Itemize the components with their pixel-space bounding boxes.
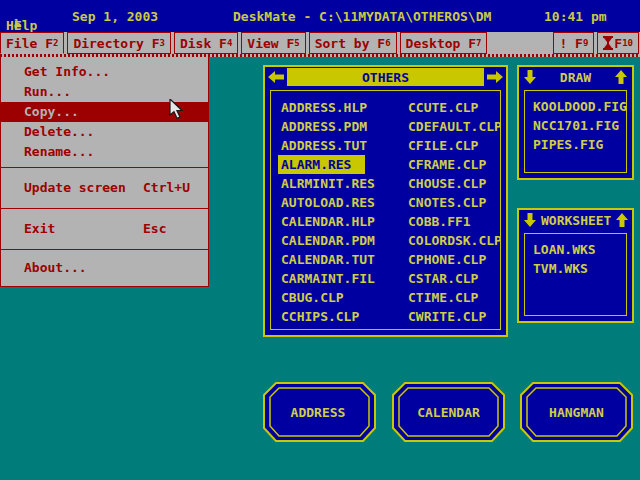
file-item[interactable]: CALENDAR.TUT (281, 250, 408, 269)
worksheet-file-list: LOAN.WKS TVM.WKS (524, 233, 627, 316)
file-item[interactable]: CFILE.CLP (408, 136, 501, 155)
menu-item-get-info[interactable]: Get Info... (1, 62, 208, 82)
worksheet-folder-window: WORKSHEET LOAN.WKS TVM.WKS (517, 208, 634, 323)
menu-item-update-screen[interactable]: Update screenCtrl+U (1, 178, 208, 198)
others-file-list: ADDRESS.HLP ADDRESS.PDM ADDRESS.TUT ALAR… (270, 90, 501, 330)
file-item[interactable]: CDEFAULT.CLP (408, 117, 501, 136)
menu-file[interactable]: File F2 (0, 32, 64, 54)
clock-display: 10:41 pm (544, 9, 607, 24)
file-item[interactable]: KOOLDOOD.FIG (533, 97, 626, 116)
task-switch-button[interactable]: F10 (597, 32, 639, 54)
scroll-right-arrow-icon[interactable] (484, 67, 506, 87)
file-item[interactable]: ADDRESS.PDM (281, 117, 408, 136)
file-item[interactable]: LOAN.WKS (533, 240, 626, 259)
scroll-down-arrow-icon[interactable] (519, 67, 541, 87)
file-item[interactable]: CALENDAR.PDM (281, 231, 408, 250)
file-item[interactable]: CWRITE.CLP (408, 307, 501, 326)
file-item[interactable]: ADDRESS.HLP (281, 98, 408, 117)
file-item[interactable]: CNOTES.CLP (408, 193, 501, 212)
file-item[interactable]: CFRAME.CLP (408, 155, 501, 174)
file-item[interactable]: CARMAINT.FIL (281, 269, 408, 288)
others-title-bar: OTHERS (265, 67, 506, 87)
draw-file-list: KOOLDOOD.FIG NCC1701.FIG PIPES.FIG (524, 90, 627, 173)
date-display: Sep 1, 2003 (72, 9, 158, 24)
scroll-up-arrow-icon[interactable] (610, 67, 632, 87)
calendar-app-button[interactable]: CALENDAR (392, 382, 505, 442)
file-item-selected[interactable]: ALARM.RES (281, 155, 408, 174)
draw-title-bar: DRAW (519, 67, 632, 87)
file-dropdown-menu: Get Info... Run... Copy... Delete... Ren… (0, 57, 209, 287)
file-item[interactable]: CSTAR.CLP (408, 269, 501, 288)
others-window-title[interactable]: OTHERS (287, 68, 484, 86)
worksheet-title-bar: WORKSHEET (519, 210, 632, 230)
file-item[interactable]: CHOUSE.CLP (408, 174, 501, 193)
file-item[interactable]: CTIME.CLP (408, 288, 501, 307)
scroll-left-arrow-icon[interactable] (265, 67, 287, 87)
menu-item-delete[interactable]: Delete... (1, 122, 208, 142)
file-item[interactable]: TVM.WKS (533, 259, 626, 278)
menu-view[interactable]: View F5 (241, 32, 305, 54)
address-app-button[interactable]: ADDRESS (263, 382, 373, 442)
menu-sort-by[interactable]: Sort by F6 (309, 32, 397, 54)
menu-item-rename[interactable]: Rename... (1, 142, 208, 162)
file-item[interactable]: CCHIPS.CLP (281, 307, 408, 326)
file-item[interactable]: COLORDSK.CLP (408, 231, 501, 250)
menu-directory[interactable]: Directory F3 (67, 32, 171, 54)
file-item[interactable]: NCC1701.FIG (533, 116, 626, 135)
file-item[interactable]: CBUG.CLP (281, 288, 408, 307)
draw-folder-window: DRAW KOOLDOOD.FIG NCC1701.FIG PIPES.FIG (517, 65, 634, 180)
hourglass-icon (603, 36, 613, 50)
mouse-cursor-icon (169, 99, 184, 124)
file-item[interactable]: ADDRESS.TUT (281, 136, 408, 155)
help-menu[interactable]: Help F1 (6, 9, 14, 24)
file-item[interactable]: CPHONE.CLP (408, 250, 501, 269)
window-title-path: DeskMate - C:\11MYDATA\OTHEROS\DM (233, 9, 491, 24)
others-folder-window: OTHERS ADDRESS.HLP ADDRESS.PDM ADDRESS.T… (263, 65, 508, 337)
menu-item-exit[interactable]: ExitEsc (1, 219, 208, 239)
top-status-bar: Help F1 Sep 1, 2003 DeskMate - C:\11MYDA… (0, 0, 640, 32)
file-item[interactable]: CALENDAR.HLP (281, 212, 408, 231)
file-item[interactable]: ALRMINIT.RES (281, 174, 408, 193)
draw-window-title[interactable]: DRAW (541, 67, 610, 87)
menu-desktop[interactable]: Desktop F7 (400, 32, 488, 54)
menu-item-about[interactable]: About... (1, 258, 208, 278)
file-item[interactable]: COBB.FF1 (408, 212, 501, 231)
worksheet-window-title[interactable]: WORKSHEET (541, 210, 611, 230)
menu-bar: File F2 Directory F3 Disk F4 View F5 Sor… (0, 32, 640, 57)
hangman-app-button[interactable]: HANGMAN (520, 382, 633, 442)
scroll-up-arrow-icon[interactable] (611, 210, 633, 230)
file-item[interactable]: PIPES.FIG (533, 135, 626, 154)
scroll-down-arrow-icon[interactable] (519, 210, 541, 230)
menu-disk[interactable]: Disk F4 (174, 32, 238, 54)
alert-button[interactable]: ! F9 (553, 32, 594, 54)
file-item[interactable]: CCUTE.CLP (408, 98, 501, 117)
file-item[interactable]: AUTOLOAD.RES (281, 193, 408, 212)
